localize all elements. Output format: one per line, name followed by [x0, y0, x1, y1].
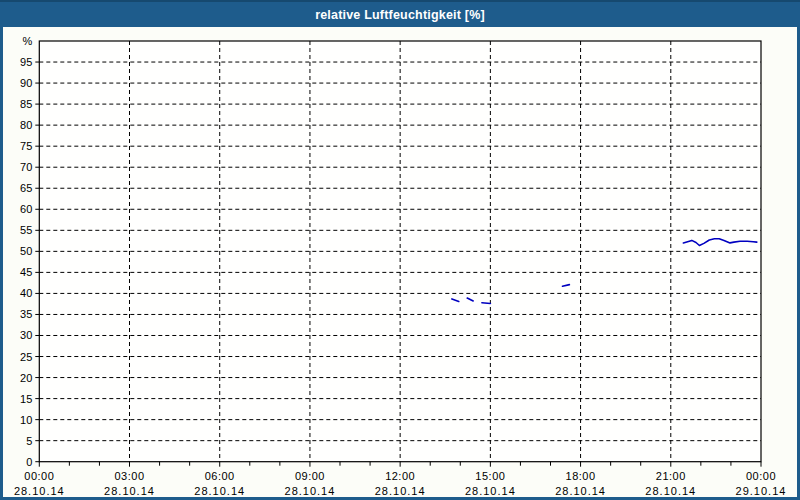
y-tick-label: 20: [20, 372, 32, 384]
window-title-bar: relative Luftfeuchtigkeit [%]: [0, 0, 800, 27]
x-tick-time-label: 00:00: [746, 470, 776, 482]
x-tick-time-label: 18:00: [566, 470, 596, 482]
y-tick-label: 40: [20, 287, 32, 299]
x-tick-date-label: 28.10.14: [285, 485, 336, 497]
y-tick-label: 45: [20, 266, 32, 278]
y-tick-label: 5: [26, 435, 32, 447]
y-tick-label: 25: [20, 351, 32, 363]
y-tick-label: 35: [20, 308, 32, 320]
y-tick-label: 75: [20, 140, 32, 152]
y-tick-label: 50: [20, 245, 32, 257]
x-tick-date-label: 28.10.14: [104, 485, 155, 497]
window-title: relative Luftfeuchtigkeit [%]: [315, 8, 485, 22]
x-tick-time-label: 09:00: [295, 470, 325, 482]
x-tick-time-label: 21:00: [656, 470, 686, 482]
y-tick-label: 80: [20, 119, 32, 131]
y-tick-label: 60: [20, 203, 32, 215]
x-tick-time-label: 12:00: [385, 470, 415, 482]
x-tick-time-label: 00:00: [24, 470, 54, 482]
x-tick-time-label: 06:00: [205, 470, 235, 482]
x-tick-date-label: 28.10.14: [645, 485, 696, 497]
x-tick-date-label: 28.10.14: [465, 485, 516, 497]
y-tick-label: 95: [20, 56, 32, 68]
chart-window: relative Luftfeuchtigkeit [%] 0510152025…: [0, 0, 800, 500]
y-tick-label: 10: [20, 414, 32, 426]
y-tick-label: 55: [20, 224, 32, 236]
humidity-line-chart: 05101520253035404550556065707580859095%0…: [0, 27, 800, 500]
x-tick-date-label: 28.10.14: [375, 485, 426, 497]
y-tick-label: 85: [20, 98, 32, 110]
y-tick-label: 15: [20, 393, 32, 405]
y-axis-unit-label: %: [23, 35, 33, 47]
y-tick-label: 30: [20, 329, 32, 341]
x-tick-date-label: 28.10.14: [555, 485, 606, 497]
humidity-series-segment: [482, 303, 491, 304]
x-tick-date-label: 29.10.14: [736, 485, 787, 497]
y-tick-label: 70: [20, 161, 32, 173]
x-tick-date-label: 28.10.14: [14, 485, 65, 497]
y-tick-label: 90: [20, 77, 32, 89]
x-tick-time-label: 03:00: [114, 470, 144, 482]
x-tick-date-label: 28.10.14: [194, 485, 245, 497]
y-tick-label: 0: [26, 456, 32, 468]
y-tick-label: 65: [20, 182, 32, 194]
x-tick-time-label: 15:00: [475, 470, 505, 482]
